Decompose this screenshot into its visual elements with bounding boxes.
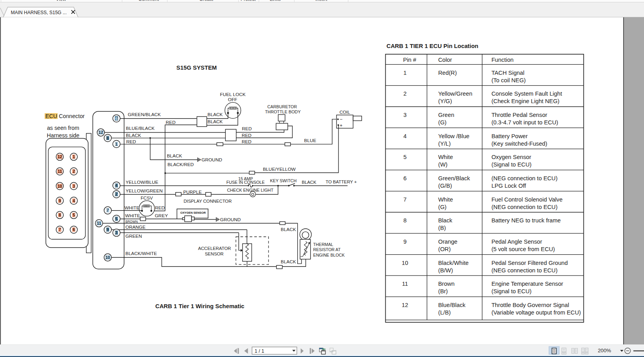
svg-text:Yellow/Green: Yellow/Green — [438, 91, 473, 97]
svg-text:8: 8 — [107, 136, 109, 141]
svg-text:6: 6 — [73, 227, 75, 232]
svg-text:(Y/L): (Y/L) — [438, 141, 451, 147]
svg-text:GREEN/BLACK: GREEN/BLACK — [128, 112, 161, 117]
svg-text:2: 2 — [73, 169, 75, 174]
svg-text:(G/B): (G/B) — [438, 183, 452, 189]
svg-text:12: 12 — [402, 302, 408, 308]
svg-text:OFF: OFF — [228, 97, 237, 102]
svg-text:GREY: GREY — [155, 213, 168, 218]
svg-text:200%: 200% — [598, 348, 611, 353]
svg-text:Oxygen Sensor: Oxygen Sensor — [491, 154, 531, 160]
svg-text:OXYGEN SENSOR: OXYGEN SENSOR — [180, 211, 206, 215]
svg-text:(Variable voltage output from: (Variable voltage output from ECU) — [491, 309, 581, 316]
svg-text:FCSV: FCSV — [141, 195, 153, 200]
svg-text:2: 2 — [403, 91, 407, 97]
svg-text:8: 8 — [403, 217, 407, 224]
svg-text:10: 10 — [105, 255, 110, 260]
svg-text:WHITE: WHITE — [125, 213, 140, 218]
svg-text:BLUE/YELLOW: BLUE/YELLOW — [263, 166, 296, 172]
svg-text:(G): (G) — [438, 204, 447, 210]
svg-text:Green/Black: Green/Black — [438, 175, 470, 181]
svg-text:4: 4 — [73, 198, 75, 203]
svg-text:11: 11 — [402, 281, 408, 287]
svg-text:Black: Black — [438, 217, 453, 224]
svg-text:(5 volt source from ECU): (5 volt source from ECU) — [491, 246, 555, 252]
svg-text:BLACK: BLACK — [208, 112, 223, 117]
svg-text:RED: RED — [242, 133, 252, 138]
svg-text:BLACK: BLACK — [302, 180, 317, 185]
svg-text:4: 4 — [403, 133, 407, 139]
svg-text:WHITE: WHITE — [125, 205, 140, 211]
svg-text:12: 12 — [99, 130, 103, 135]
svg-text:CHECK ENGINE LIGHT: CHECK ENGINE LIGHT — [227, 188, 273, 192]
svg-text:MAIN HARNESS, S15G ...: MAIN HARNESS, S15G ... — [11, 10, 67, 15]
svg-text:(L/B): (L/B) — [438, 309, 451, 316]
svg-text:Pedal Angle Sensor: Pedal Angle Sensor — [491, 239, 542, 245]
svg-text:RED: RED — [242, 139, 252, 144]
svg-text:ENGINE BLOCK: ENGINE BLOCK — [313, 253, 345, 257]
svg-text:PURPLE: PURPLE — [183, 189, 202, 195]
svg-text:−: − — [340, 117, 342, 122]
svg-text:GROUND: GROUND — [202, 157, 222, 163]
svg-text:Console System Fault Light: Console System Fault Light — [491, 91, 562, 97]
svg-text:10: 10 — [57, 184, 62, 189]
svg-text:(Y/G): (Y/G) — [438, 98, 452, 104]
svg-text:Engine Temperature Sensor: Engine Temperature Sensor — [491, 281, 563, 287]
svg-text:(W): (W) — [438, 161, 448, 168]
svg-text:GREEN: GREEN — [125, 233, 142, 239]
svg-text:RED: RED — [126, 139, 136, 144]
svg-text:1: 1 — [403, 70, 407, 76]
svg-text:(Key switched-Fused): (Key switched-Fused) — [491, 141, 547, 147]
svg-text:BLUE/BLACK: BLUE/BLACK — [126, 126, 155, 131]
svg-text:9: 9 — [107, 227, 109, 232]
svg-text:4: 4 — [115, 183, 118, 188]
svg-text:Throttle Pedal Sensor: Throttle Pedal Sensor — [491, 112, 547, 118]
svg-text:CARBURETOR: CARBURETOR — [267, 104, 297, 109]
svg-text:BLACK/RED: BLACK/RED — [167, 162, 194, 167]
svg-text:Battery NEG to truck frame: Battery NEG to truck frame — [491, 217, 561, 224]
svg-text:THROTTLE BODY: THROTTLE BODY — [265, 109, 301, 114]
svg-text:THERMAL: THERMAL — [313, 242, 333, 247]
svg-text:TACH Signal: TACH Signal — [491, 70, 524, 76]
svg-text:(Check Engine Light NEG): (Check Engine Light NEG) — [491, 98, 559, 104]
svg-text:7: 7 — [107, 208, 109, 213]
svg-text:Color: Color — [438, 57, 452, 63]
svg-text:Fuel Control Solenoid Valve: Fuel Control Solenoid Valve — [491, 196, 563, 203]
svg-text:12: 12 — [57, 154, 62, 159]
svg-text:Pedal Sensor Filtered Ground: Pedal Sensor Filtered Ground — [491, 260, 568, 266]
svg-text:10: 10 — [402, 260, 408, 266]
svg-text:ECU: ECU — [46, 113, 57, 119]
svg-text:COIL: COIL — [339, 109, 350, 115]
svg-text:White: White — [438, 196, 453, 203]
svg-text:KEY SWITCH: KEY SWITCH — [270, 178, 297, 183]
svg-text:9: 9 — [59, 198, 61, 203]
svg-text:(B/W): (B/W) — [438, 267, 453, 274]
svg-text:Black/White: Black/White — [438, 260, 469, 266]
svg-text:SENSOR: SENSOR — [205, 252, 224, 256]
svg-text:Red(R): Red(R) — [438, 70, 457, 76]
svg-text:FUEL LOCK: FUEL LOCK — [220, 92, 245, 97]
svg-text:GROUND: GROUND — [220, 217, 241, 222]
svg-text:2: 2 — [115, 192, 118, 196]
svg-text:Brown: Brown — [438, 281, 455, 287]
svg-text:DISPLAY CONNECTOR: DISPLAY CONNECTOR — [184, 199, 232, 203]
svg-text:ACCELERATOR: ACCELERATOR — [198, 246, 231, 251]
svg-text:(To coil NEG): (To coil NEG) — [491, 77, 526, 83]
svg-text:5: 5 — [403, 154, 407, 160]
svg-text:BLACK: BLACK — [281, 259, 296, 265]
svg-text:Harness side: Harness side — [47, 132, 79, 139]
svg-text:FUSE IN CONSOLE: FUSE IN CONSOLE — [226, 180, 265, 185]
svg-text:5: 5 — [115, 216, 118, 221]
svg-text:(0.3-4.7 volt input to ECU): (0.3-4.7 volt input to ECU) — [491, 119, 558, 126]
svg-text:(NEG connection to ECU): (NEG connection to ECU) — [491, 267, 558, 274]
svg-text:(Br): (Br) — [438, 288, 448, 294]
svg-text:(NEG connection to ECU): (NEG connection to ECU) — [491, 175, 558, 181]
svg-text:RED: RED — [242, 126, 252, 131]
svg-text:as seen from: as seen from — [47, 125, 79, 131]
svg-text:1: 1 — [73, 154, 75, 159]
svg-text:RED: RED — [155, 205, 165, 211]
svg-text:Battery Power: Battery Power — [491, 133, 528, 139]
svg-text:BLACK: BLACK — [208, 119, 223, 124]
svg-text:9: 9 — [403, 239, 407, 245]
svg-text:Throttle Body Governor Signal: Throttle Body Governor Signal — [491, 302, 569, 308]
